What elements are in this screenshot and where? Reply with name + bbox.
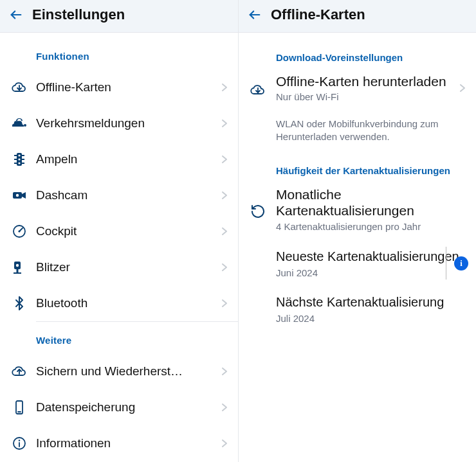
row-label: Sichern und Wiederherst… xyxy=(36,364,220,378)
back-icon[interactable] xyxy=(248,8,262,22)
latest-update-item[interactable]: Neueste Kartenaktualisierungen Juni 2024… xyxy=(276,240,468,286)
section-head-funktionen: Funktionen xyxy=(0,38,238,69)
gauge-icon xyxy=(12,224,27,239)
row-label: Verkehrsmeldungen xyxy=(36,116,220,130)
header-title: Offline-Karten xyxy=(271,6,365,23)
phone-icon xyxy=(12,400,27,415)
row-traffic-reports[interactable]: Verkehrsmeldungen xyxy=(0,105,238,141)
section-head-weitere: Weitere xyxy=(0,322,238,353)
bluetooth-icon xyxy=(12,296,27,311)
chevron-right-icon xyxy=(220,299,229,308)
chevron-right-icon xyxy=(220,367,229,376)
row-label: Dashcam xyxy=(36,188,220,202)
info-badge-icon[interactable]: i xyxy=(454,256,468,271)
chevron-right-icon xyxy=(220,403,229,412)
chevron-right-icon xyxy=(220,191,229,200)
row-bluetooth[interactable]: Bluetooth xyxy=(0,285,238,321)
svg-point-7 xyxy=(16,194,19,197)
speed-camera-icon xyxy=(12,260,27,275)
latest-update-title: Neueste Kartenaktualisierungen xyxy=(276,248,468,265)
latest-update-date: Juni 2024 xyxy=(276,267,468,278)
chevron-right-icon xyxy=(220,439,229,448)
download-note: WLAN oder Mobilfunkverbindung zum Herunt… xyxy=(239,111,476,152)
row-download-offline-maps[interactable]: Offline-Karten herunterladen Nur über Wi… xyxy=(239,69,476,111)
row-subtitle: 4 Kartenaktualisierungen pro Jahr xyxy=(276,220,467,233)
section-head-download: Download-Voreinstellungen xyxy=(239,38,476,69)
row-label: Blitzer xyxy=(36,260,220,274)
row-backup-restore[interactable]: Sichern und Wiederherst… xyxy=(0,353,238,389)
cloud-download-icon xyxy=(250,82,266,98)
row-label: Offline-Karten xyxy=(36,80,220,94)
divider-pipe xyxy=(446,247,446,280)
svg-point-11 xyxy=(16,264,19,267)
settings-pane: Einstellungen Funktionen Offline-Karten … xyxy=(0,0,238,462)
row-label: Informationen xyxy=(36,436,220,450)
row-dashcam[interactable]: Dashcam xyxy=(0,177,238,213)
cloud-up-icon xyxy=(12,364,27,379)
offline-maps-header: Offline-Karten xyxy=(239,0,476,33)
chevron-right-icon xyxy=(220,227,229,236)
chevron-right-icon xyxy=(220,155,229,164)
row-offline-maps[interactable]: Offline-Karten xyxy=(0,69,238,105)
svg-point-4 xyxy=(18,158,20,160)
cloud-download-icon xyxy=(12,80,27,95)
row-label: Ampeln xyxy=(36,152,220,166)
svg-point-9 xyxy=(18,230,20,232)
row-label: Cockpit xyxy=(36,224,220,238)
row-label: Datenspeicherung xyxy=(36,400,220,414)
back-icon[interactable] xyxy=(9,8,23,22)
traffic-light-icon xyxy=(12,152,27,167)
row-traffic-lights[interactable]: Ampeln xyxy=(0,141,238,177)
row-label: Bluetooth xyxy=(36,296,220,310)
svg-point-3 xyxy=(18,154,20,156)
chevron-right-icon xyxy=(220,263,229,272)
next-update-date: Juli 2024 xyxy=(276,313,468,324)
row-informations[interactable]: Informationen xyxy=(0,425,238,461)
row-title: Monatliche Kartenaktualisierungen xyxy=(276,186,467,218)
next-update-title: Nächste Kartenaktualisierung xyxy=(276,294,468,310)
row-cockpit[interactable]: Cockpit xyxy=(0,213,238,249)
car-icon xyxy=(12,116,27,131)
next-update-item: Nächste Kartenaktualisierung Juli 2024 xyxy=(276,286,468,332)
header-title: Einstellungen xyxy=(32,6,125,23)
chevron-right-icon xyxy=(220,83,229,92)
chevron-right-icon xyxy=(458,84,467,93)
svg-point-19 xyxy=(19,440,20,441)
settings-header: Einstellungen xyxy=(0,0,238,33)
refresh-icon xyxy=(250,204,266,219)
chevron-right-icon xyxy=(220,119,229,128)
svg-point-5 xyxy=(18,162,20,164)
info-ring-icon xyxy=(12,436,27,451)
row-title: Offline-Karten herunterladen xyxy=(276,73,458,89)
dashcam-icon xyxy=(12,188,27,203)
offline-maps-pane: Offline-Karten Download-Voreinstellungen… xyxy=(238,0,476,462)
section-head-frequency: Häufigkeit der Kartenaktualisierungen xyxy=(239,151,476,182)
row-subtitle: Nur über Wi-Fi xyxy=(276,91,458,103)
row-data-storage[interactable]: Datenspeicherung xyxy=(0,389,238,425)
row-update-frequency[interactable]: Monatliche Kartenaktualisierungen 4 Kart… xyxy=(239,182,476,240)
row-speed-cameras[interactable]: Blitzer xyxy=(0,249,238,285)
svg-rect-13 xyxy=(14,272,21,274)
